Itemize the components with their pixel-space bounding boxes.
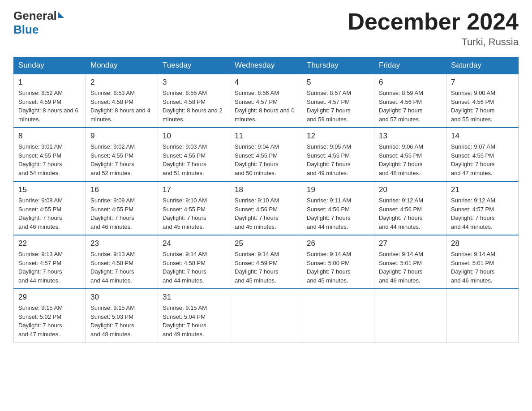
day-info: Sunrise: 9:14 AM Sunset: 4:59 PM Dayligh… <box>235 250 297 285</box>
table-row: 2 Sunrise: 8:53 AM Sunset: 4:58 PM Dayli… <box>86 74 158 128</box>
table-row: 22 Sunrise: 9:13 AM Sunset: 4:57 PM Dayl… <box>14 235 86 289</box>
table-row: 9 Sunrise: 9:02 AM Sunset: 4:55 PM Dayli… <box>86 128 158 181</box>
day-number: 28 <box>451 239 514 248</box>
day-number: 30 <box>90 293 153 302</box>
day-number: 18 <box>235 185 297 194</box>
table-row: 3 Sunrise: 8:55 AM Sunset: 4:58 PM Dayli… <box>158 74 230 128</box>
table-row: 25 Sunrise: 9:14 AM Sunset: 4:59 PM Dayl… <box>230 235 302 289</box>
table-row: 29 Sunrise: 9:15 AM Sunset: 5:02 PM Dayl… <box>14 289 86 342</box>
day-number: 15 <box>18 185 81 194</box>
day-info: Sunrise: 9:14 AM Sunset: 5:00 PM Dayligh… <box>307 250 369 285</box>
table-row: 6 Sunrise: 8:59 AM Sunset: 4:56 PM Dayli… <box>374 74 446 128</box>
table-row: 13 Sunrise: 9:06 AM Sunset: 4:55 PM Dayl… <box>374 128 446 181</box>
day-number: 7 <box>451 78 514 87</box>
page-header: General Blue December 2024 Turki, Russia <box>13 9 519 48</box>
day-info: Sunrise: 8:55 AM Sunset: 4:58 PM Dayligh… <box>163 89 225 124</box>
table-row: 12 Sunrise: 9:05 AM Sunset: 4:55 PM Dayl… <box>302 128 374 181</box>
day-number: 19 <box>307 185 369 194</box>
month-title: December 2024 <box>348 9 519 34</box>
day-info: Sunrise: 8:59 AM Sunset: 4:56 PM Dayligh… <box>379 89 442 124</box>
day-info: Sunrise: 8:53 AM Sunset: 4:58 PM Dayligh… <box>90 89 153 124</box>
day-info: Sunrise: 9:15 AM Sunset: 5:04 PM Dayligh… <box>163 304 225 338</box>
day-info: Sunrise: 9:14 AM Sunset: 4:58 PM Dayligh… <box>163 250 225 285</box>
day-info: Sunrise: 9:02 AM Sunset: 4:55 PM Dayligh… <box>90 142 153 177</box>
day-info: Sunrise: 9:09 AM Sunset: 4:55 PM Dayligh… <box>90 196 153 231</box>
table-row <box>302 289 374 342</box>
day-number: 31 <box>163 293 225 302</box>
calendar-week-row-3: 15 Sunrise: 9:08 AM Sunset: 4:55 PM Dayl… <box>14 181 519 235</box>
col-wednesday: Wednesday <box>230 57 302 74</box>
day-number: 8 <box>18 132 81 141</box>
day-number: 13 <box>379 132 442 141</box>
day-info: Sunrise: 9:15 AM Sunset: 5:03 PM Dayligh… <box>90 304 153 338</box>
table-row: 20 Sunrise: 9:12 AM Sunset: 4:56 PM Dayl… <box>374 181 446 235</box>
table-row: 28 Sunrise: 9:14 AM Sunset: 5:01 PM Dayl… <box>446 235 519 289</box>
table-row: 11 Sunrise: 9:04 AM Sunset: 4:55 PM Dayl… <box>230 128 302 181</box>
day-number: 3 <box>163 78 225 87</box>
calendar-week-row-2: 8 Sunrise: 9:01 AM Sunset: 4:55 PM Dayli… <box>14 128 519 181</box>
table-row: 17 Sunrise: 9:10 AM Sunset: 4:55 PM Dayl… <box>158 181 230 235</box>
table-row: 14 Sunrise: 9:07 AM Sunset: 4:55 PM Dayl… <box>446 128 519 181</box>
table-row: 30 Sunrise: 9:15 AM Sunset: 5:03 PM Dayl… <box>86 289 158 342</box>
day-info: Sunrise: 8:52 AM Sunset: 4:59 PM Dayligh… <box>18 89 81 124</box>
logo-general-text: General <box>13 9 57 23</box>
table-row <box>230 289 302 342</box>
table-row: 19 Sunrise: 9:11 AM Sunset: 4:56 PM Dayl… <box>302 181 374 235</box>
col-friday: Friday <box>374 57 446 74</box>
day-info: Sunrise: 9:12 AM Sunset: 4:57 PM Dayligh… <box>451 196 514 231</box>
day-info: Sunrise: 9:11 AM Sunset: 4:56 PM Dayligh… <box>307 196 369 231</box>
day-number: 25 <box>235 239 297 248</box>
table-row: 27 Sunrise: 9:14 AM Sunset: 5:01 PM Dayl… <box>374 235 446 289</box>
table-row: 23 Sunrise: 9:13 AM Sunset: 4:58 PM Dayl… <box>86 235 158 289</box>
table-row: 24 Sunrise: 9:14 AM Sunset: 4:58 PM Dayl… <box>158 235 230 289</box>
day-number: 23 <box>90 239 153 248</box>
calendar-table: Sunday Monday Tuesday Wednesday Thursday… <box>13 57 519 342</box>
day-info: Sunrise: 9:04 AM Sunset: 4:55 PM Dayligh… <box>235 142 297 177</box>
day-number: 9 <box>90 132 153 141</box>
calendar-header-row: Sunday Monday Tuesday Wednesday Thursday… <box>14 57 519 74</box>
calendar-week-row-4: 22 Sunrise: 9:13 AM Sunset: 4:57 PM Dayl… <box>14 235 519 289</box>
col-sunday: Sunday <box>14 57 86 74</box>
day-number: 26 <box>307 239 369 248</box>
day-number: 4 <box>235 78 297 87</box>
day-number: 6 <box>379 78 442 87</box>
day-info: Sunrise: 9:12 AM Sunset: 4:56 PM Dayligh… <box>379 196 442 231</box>
day-info: Sunrise: 8:57 AM Sunset: 4:57 PM Dayligh… <box>307 89 369 124</box>
day-number: 10 <box>163 132 225 141</box>
day-number: 12 <box>307 132 369 141</box>
col-monday: Monday <box>86 57 158 74</box>
day-number: 2 <box>90 78 153 87</box>
table-row: 5 Sunrise: 8:57 AM Sunset: 4:57 PM Dayli… <box>302 74 374 128</box>
table-row: 26 Sunrise: 9:14 AM Sunset: 5:00 PM Dayl… <box>302 235 374 289</box>
day-info: Sunrise: 9:07 AM Sunset: 4:55 PM Dayligh… <box>451 142 514 177</box>
day-info: Sunrise: 9:10 AM Sunset: 4:55 PM Dayligh… <box>163 196 225 231</box>
table-row: 7 Sunrise: 9:00 AM Sunset: 4:56 PM Dayli… <box>446 74 519 128</box>
table-row: 10 Sunrise: 9:03 AM Sunset: 4:55 PM Dayl… <box>158 128 230 181</box>
day-info: Sunrise: 9:08 AM Sunset: 4:55 PM Dayligh… <box>18 196 81 231</box>
day-number: 27 <box>379 239 442 248</box>
day-number: 5 <box>307 78 369 87</box>
table-row: 1 Sunrise: 8:52 AM Sunset: 4:59 PM Dayli… <box>14 74 86 128</box>
table-row: 31 Sunrise: 9:15 AM Sunset: 5:04 PM Dayl… <box>158 289 230 342</box>
calendar-week-row-1: 1 Sunrise: 8:52 AM Sunset: 4:59 PM Dayli… <box>14 74 519 128</box>
day-number: 16 <box>90 185 153 194</box>
table-row <box>446 289 519 342</box>
table-row: 4 Sunrise: 8:56 AM Sunset: 4:57 PM Dayli… <box>230 74 302 128</box>
calendar-week-row-5: 29 Sunrise: 9:15 AM Sunset: 5:02 PM Dayl… <box>14 289 519 342</box>
day-number: 17 <box>163 185 225 194</box>
day-number: 1 <box>18 78 81 87</box>
logo-blue-text: Blue <box>13 23 39 36</box>
title-block: December 2024 Turki, Russia <box>348 9 519 48</box>
table-row: 21 Sunrise: 9:12 AM Sunset: 4:57 PM Dayl… <box>446 181 519 235</box>
day-info: Sunrise: 9:14 AM Sunset: 5:01 PM Dayligh… <box>451 250 514 285</box>
day-number: 24 <box>163 239 225 248</box>
day-info: Sunrise: 9:01 AM Sunset: 4:55 PM Dayligh… <box>18 142 81 177</box>
table-row: 16 Sunrise: 9:09 AM Sunset: 4:55 PM Dayl… <box>86 181 158 235</box>
table-row: 15 Sunrise: 9:08 AM Sunset: 4:55 PM Dayl… <box>14 181 86 235</box>
location-text: Turki, Russia <box>348 36 519 48</box>
day-info: Sunrise: 9:13 AM Sunset: 4:57 PM Dayligh… <box>18 250 81 285</box>
day-number: 11 <box>235 132 297 141</box>
col-thursday: Thursday <box>302 57 374 74</box>
day-info: Sunrise: 9:15 AM Sunset: 5:02 PM Dayligh… <box>18 304 81 338</box>
day-info: Sunrise: 9:00 AM Sunset: 4:56 PM Dayligh… <box>451 89 514 124</box>
